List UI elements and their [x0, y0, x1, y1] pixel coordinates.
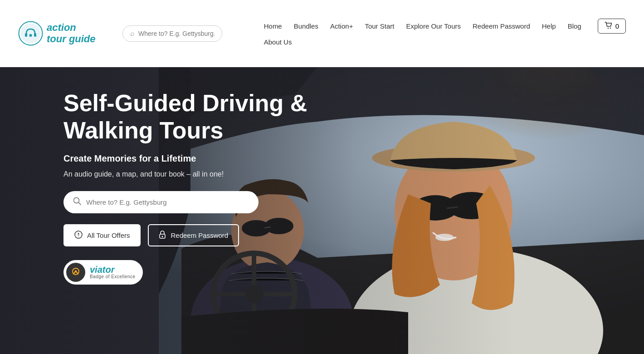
hero-title: Self-Guided Driving & Walking Tours	[63, 90, 313, 144]
hero-search-icon	[73, 197, 82, 208]
nav-item-explore-tours[interactable]: Explore Our Tours	[401, 20, 465, 33]
svg-point-1	[21, 24, 41, 44]
hero-section: Self-Guided Driving & Walking Tours Crea…	[0, 67, 644, 354]
svg-point-33	[162, 236, 163, 237]
hero-subtitle: Create Memories for a Lifetime	[63, 153, 313, 164]
hero-search-input[interactable]	[86, 198, 249, 206]
nav-item-help[interactable]: Help	[537, 20, 561, 33]
logo-text: action tour guide	[47, 22, 96, 44]
header-search-bar[interactable]: ⌕	[122, 25, 222, 42]
hero-description: An audio guide, a map, and tour book – a…	[63, 170, 313, 178]
viator-icon	[66, 263, 85, 282]
nav-item-action-plus[interactable]: Action+	[326, 20, 357, 33]
all-tour-offers-label: All Tour Offers	[87, 231, 130, 239]
svg-marker-30	[78, 232, 79, 235]
hero-buttons: All Tour Offers Redeem Password	[63, 224, 313, 246]
svg-point-4	[29, 34, 32, 37]
hero-content: Self-Guided Driving & Walking Tours Crea…	[63, 90, 313, 285]
nav-bottom-row: About Us	[259, 35, 297, 49]
svg-rect-2	[25, 33, 27, 37]
svg-rect-3	[34, 33, 36, 37]
all-tour-offers-button[interactable]: All Tour Offers	[63, 224, 141, 246]
svg-line-28	[78, 202, 81, 205]
lock-icon	[159, 231, 166, 240]
compass-icon	[74, 231, 83, 240]
cart-button[interactable]: 0	[598, 19, 626, 34]
svg-marker-31	[78, 235, 79, 237]
nav-item-bundles[interactable]: Bundles	[289, 20, 323, 33]
viator-badge: viator Badge of Excellence	[63, 260, 143, 285]
svg-point-6	[610, 27, 610, 28]
header-search-input[interactable]	[138, 30, 215, 37]
viator-name: viator	[90, 265, 136, 274]
viator-text-block: viator Badge of Excellence	[90, 265, 136, 279]
nav-item-blog[interactable]: Blog	[563, 20, 586, 33]
cart-icon	[605, 22, 613, 30]
main-nav: Home Bundles Action+ Tour Start Explore …	[259, 19, 626, 49]
redeem-password-button[interactable]: Redeem Password	[148, 224, 239, 246]
logo-icon	[18, 21, 43, 46]
logo-area[interactable]: action tour guide	[18, 21, 109, 46]
nav-item-redeem-password[interactable]: Redeem Password	[468, 20, 535, 33]
site-header: action tour guide ⌕ Home Bundles Action+…	[0, 0, 644, 67]
nav-item-home[interactable]: Home	[259, 20, 287, 33]
cart-count: 0	[615, 22, 619, 30]
hero-search-bar[interactable]	[63, 191, 259, 213]
header-search-icon: ⌕	[130, 30, 135, 38]
nav-top-row: Home Bundles Action+ Tour Start Explore …	[259, 19, 626, 34]
viator-badge-label: Badge of Excellence	[90, 274, 136, 279]
svg-point-29	[75, 231, 82, 238]
nav-item-tour-start[interactable]: Tour Start	[360, 20, 399, 33]
svg-point-5	[607, 27, 608, 28]
nav-item-about-us[interactable]: About Us	[259, 35, 297, 49]
svg-point-35	[75, 270, 77, 272]
redeem-password-label: Redeem Password	[171, 231, 228, 239]
